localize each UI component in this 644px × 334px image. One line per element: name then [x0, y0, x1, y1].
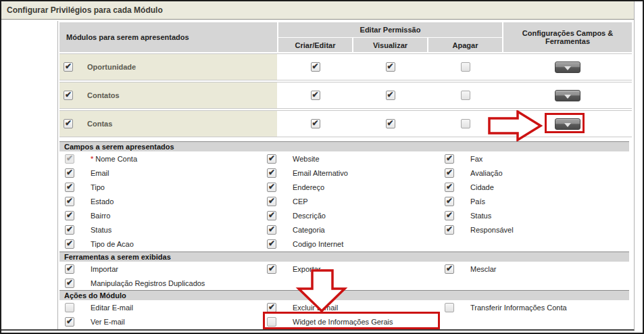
required-asterisk: * — [91, 155, 93, 163]
field-label: Status — [470, 212, 491, 220]
field-row: Bairro Descrição Status — [59, 208, 632, 222]
tool-label: Importar — [91, 265, 118, 273]
field-label: Tipo de Acao — [91, 240, 134, 248]
column-header-edit-permission: Editar Permissão — [278, 22, 502, 37]
field-checkbox[interactable] — [445, 168, 454, 178]
field-checkbox[interactable] — [267, 168, 276, 178]
field-checkbox[interactable] — [65, 211, 74, 220]
module-cell: Contatos — [59, 82, 277, 108]
field-checkbox[interactable] — [445, 225, 454, 235]
action-label: Transferir Informações Conta — [470, 304, 567, 312]
field-label: Nome Conta — [95, 155, 137, 163]
field-checkbox[interactable] — [65, 197, 74, 206]
section-header-fields: Campos a serem apresentados — [59, 141, 629, 151]
field-label: Cidade — [470, 183, 494, 191]
field-label: Endereço — [293, 183, 324, 191]
module-checkbox[interactable] — [64, 62, 73, 72]
field-label: Tipo — [91, 183, 105, 191]
delete-checkbox[interactable] — [461, 91, 470, 100]
checkbox-widget-informacoes-gerais[interactable] — [267, 317, 276, 327]
action-label: Ver E-mail — [91, 318, 125, 326]
column-header-delete: Apagar — [428, 38, 502, 52]
section-header-actions: Ações do Módulo — [59, 290, 629, 300]
field-row: Tipo de Acao Codigo Internet — [59, 237, 632, 251]
column-header-config: Configurações Campos & Ferramentas — [503, 22, 632, 52]
action-checkbox[interactable] — [65, 317, 74, 327]
table-header: Módulos para serem apresentados Editar P… — [59, 22, 632, 52]
field-label: Estado — [91, 197, 114, 206]
delete-checkbox[interactable] — [461, 119, 470, 128]
delete-checkbox[interactable] — [461, 62, 470, 72]
field-checkbox[interactable] — [65, 168, 74, 178]
module-checkbox[interactable] — [64, 91, 73, 100]
field-checkbox[interactable] — [267, 225, 276, 235]
field-label: País — [470, 197, 485, 206]
action-label: Excluir E-mail — [293, 304, 338, 312]
field-checkbox[interactable] — [445, 197, 454, 206]
tool-checkbox[interactable] — [65, 264, 74, 274]
field-checkbox[interactable] — [65, 239, 74, 249]
field-checkbox[interactable] — [267, 211, 276, 220]
action-checkbox[interactable] — [65, 303, 74, 312]
field-label: Bairro — [91, 212, 110, 220]
field-checkbox[interactable] — [445, 183, 454, 192]
visualize-checkbox[interactable] — [386, 119, 395, 128]
field-checkbox[interactable] — [65, 225, 74, 235]
chevron-down-icon — [564, 123, 571, 127]
tool-checkbox[interactable] — [445, 264, 454, 274]
field-label: Codigo Internet — [293, 240, 343, 248]
expand-config-button-contas[interactable] — [555, 118, 580, 130]
privileges-panel: Configurar Privilégios para cada Módulo … — [1, 1, 635, 331]
action-label: Widget de Informações Gerais — [293, 318, 393, 326]
action-label: Editar E-mail — [91, 304, 133, 312]
create-edit-checkbox[interactable] — [311, 119, 320, 128]
field-label: Descrição — [293, 212, 326, 220]
module-cell: Oportunidade — [59, 54, 277, 80]
field-label: Email Alternativo — [293, 169, 348, 177]
checkbox-nome-conta — [65, 154, 74, 164]
visualize-checkbox[interactable] — [386, 62, 395, 72]
field-checkbox[interactable] — [445, 154, 454, 164]
module-cell: Contas — [59, 111, 277, 137]
field-checkbox[interactable] — [267, 239, 276, 249]
field-row: * Nome Conta Website Fax — [59, 151, 632, 166]
tool-label: Manipulação Registros Duplicados — [91, 279, 205, 287]
tool-checkbox[interactable] — [65, 279, 74, 288]
column-header-create-edit: Criar/Editar — [278, 38, 352, 52]
module-row-contatos: Contatos — [59, 82, 632, 109]
field-row: Tipo Endereço Cidade — [59, 180, 632, 194]
field-label: Categoria — [293, 226, 325, 234]
chevron-down-icon — [564, 66, 571, 70]
field-label: Fax — [470, 155, 482, 163]
field-checkbox[interactable] — [267, 197, 276, 206]
field-label: Avaliação — [470, 169, 503, 177]
expand-config-button[interactable] — [555, 62, 580, 73]
create-edit-checkbox[interactable] — [311, 91, 320, 100]
section-header-tools: Ferramentas a serem exibidas — [59, 252, 629, 262]
field-label: Status — [91, 226, 112, 234]
tool-checkbox[interactable] — [267, 264, 276, 274]
field-checkbox[interactable] — [267, 183, 276, 192]
screenshot-frame: Configurar Privilégios para cada Módulo … — [0, 0, 644, 334]
expand-config-button[interactable] — [555, 90, 580, 101]
action-row: Editar E-mail Excluir E-mail Transferir … — [59, 300, 632, 314]
field-label: Email — [91, 169, 109, 177]
page-title: Configurar Privilégios para cada Módulo — [1, 1, 634, 20]
visualize-checkbox[interactable] — [386, 91, 395, 100]
module-checkbox[interactable] — [64, 119, 73, 128]
field-row: Estado CEP País — [59, 194, 632, 208]
module-row-oportunidade: Oportunidade — [59, 53, 632, 80]
field-label: Responsável — [470, 226, 514, 234]
column-header-visualize: Visualizar — [353, 38, 427, 52]
create-edit-checkbox[interactable] — [311, 62, 320, 72]
action-row: Ver E-mail Widget de Informações Gerais — [59, 314, 632, 329]
field-row: Email Email Alternativo Avaliação — [59, 166, 632, 180]
field-checkbox[interactable] — [65, 183, 74, 192]
tool-row: Importar Exportar Mesclar — [59, 262, 632, 276]
action-checkbox[interactable] — [267, 303, 276, 312]
field-checkbox[interactable] — [267, 154, 276, 164]
tool-label: Exportar — [293, 265, 321, 273]
field-checkbox[interactable] — [445, 211, 454, 220]
action-checkbox[interactable] — [445, 303, 454, 312]
module-label: Oportunidade — [87, 63, 136, 71]
